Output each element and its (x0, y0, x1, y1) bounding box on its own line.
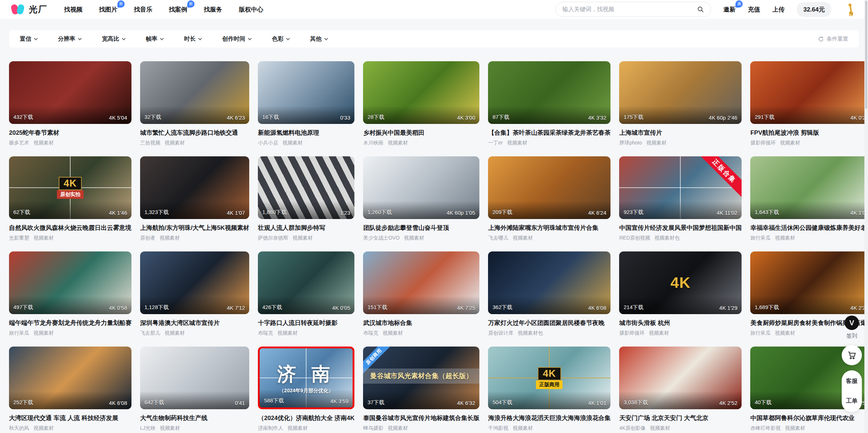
material-type[interactable]: 视频素材 (165, 330, 185, 336)
video-thumbnail[interactable]: 1,323下载 4K 1'07 (140, 156, 249, 219)
material-type[interactable]: 视频素材 (404, 235, 424, 241)
video-thumbnail[interactable]: 87下载 4K 3'32 (488, 61, 610, 124)
nav-item[interactable]: 找音乐 (134, 5, 152, 14)
video-card[interactable]: 426下载 4K 0'05 十字路口人流日转夜延时摄影 布瑞克 视频素材 (258, 251, 354, 336)
material-type[interactable]: 视频素材 (282, 140, 303, 146)
video-thumbnail[interactable]: 923下载 4K 11'02 正版合集 (619, 156, 742, 219)
nav-item[interactable]: 找案例 新 (169, 5, 187, 14)
video-card[interactable]: 588下载 4K 3'59 济 南（2024年9月部分优化） （2024优化）济… (258, 347, 354, 432)
filter-dropdown[interactable]: 宽高比 (102, 35, 126, 43)
author-name[interactable]: 济南制作人 (258, 425, 283, 432)
filter-dropdown[interactable]: 置信 (20, 35, 38, 43)
video-card[interactable]: 209下载 4K 6'24 上海外滩陆家嘴东方明珠城市宣传片合集 飞去哪儿 视频… (488, 156, 610, 241)
video-title[interactable]: 十字路口人流日转夜延时摄影 (258, 319, 354, 327)
video-thumbnail[interactable]: 426下载 4K 0'05 (258, 251, 354, 314)
video-thumbnail[interactable]: 28下载 4K 3'00 (363, 61, 479, 124)
material-type[interactable]: 视频素材 (382, 330, 403, 336)
video-card[interactable]: 151下载 4K 7'25 武汉城市地标合集 布瑞克 视频素材 (363, 251, 479, 336)
material-type[interactable]: 视频素材 (277, 330, 297, 336)
video-card[interactable]: 1,880下载 1'23 壮观人流人群加脚步特写 萨德尔奈德斯 视频素材 (258, 156, 354, 241)
material-type[interactable]: 视频素材 (775, 235, 795, 241)
author-name[interactable]: 光影重塑 (9, 235, 29, 241)
material-type[interactable]: 视频素材 (650, 425, 670, 432)
reset-filters-button[interactable]: 条件重置 (818, 36, 848, 43)
video-title[interactable]: 幸福幸福生活休闲公园健康锻炼康养美好老人 (750, 224, 868, 232)
video-card[interactable]: 87下载 4K 3'32 【合集】茶叶茶山茶园采茶绿茶龙井茶艺春茶 一丁er 视… (488, 61, 610, 146)
author-name[interactable]: 摄影师循环 (750, 140, 775, 146)
video-thumbnail[interactable]: 362下载 4K 6'08 (488, 251, 610, 314)
video-title[interactable]: 城市繁忙人流车流脚步路口地铁交通 (140, 129, 249, 137)
author-name[interactable]: 摄影师循环 (619, 330, 644, 336)
video-thumbnail[interactable]: 37下载 4K 6'32 原创商用曼谷城市风光素材合集（超长版） (363, 347, 479, 409)
site-logo[interactable]: 光厂 (11, 4, 48, 15)
author-name[interactable]: 飞去那儿 (140, 330, 160, 336)
material-type[interactable]: 视频素材 (785, 425, 805, 432)
author-name[interactable]: 飞去哪儿 (488, 235, 508, 241)
video-thumbnail[interactable]: 175下载 4K 60p 2'46 (619, 61, 742, 124)
material-type[interactable]: 视频素材包 (654, 235, 680, 241)
nav-item[interactable]: 版权中心 (239, 5, 263, 14)
author-name[interactable]: 极多艺术 (9, 140, 29, 146)
checkin-label[interactable]: 签到 (846, 332, 857, 339)
video-title[interactable]: 深圳粤港澳大湾区城市宣传片 (140, 319, 249, 327)
video-title[interactable]: 2025蛇年春节素材 (9, 129, 131, 137)
author-name[interactable]: 赤峰叮咚影视 (750, 425, 780, 432)
video-thumbnail[interactable]: 1,260下载 4K 60p 1'05 (363, 156, 479, 219)
material-type[interactable]: 视频素材 (165, 140, 185, 146)
video-title[interactable]: 中国草都阿鲁科尔沁旗草库伦现代农业 (750, 414, 868, 422)
video-thumbnail[interactable]: 3,038下载 4K 2'52 (619, 347, 742, 409)
author-name[interactable]: 千鸿影视 (488, 425, 508, 432)
video-card[interactable]: 642下载 0'41 大气生物制药科技生产线 LJ光映 视频素材 (140, 347, 249, 432)
cart-button[interactable] (842, 345, 862, 365)
author-name[interactable]: 旅行呆瓜 (750, 235, 770, 241)
filter-dropdown[interactable]: 色彩 (272, 35, 290, 43)
author-name[interactable]: 4K原创影像 (619, 425, 645, 432)
video-title[interactable]: 万家灯火过年小区团圆团聚居民楼春节夜晚 (488, 319, 610, 327)
video-thumbnail[interactable]: 1,689下载 4K 2'26 (750, 251, 868, 314)
video-title[interactable]: 大湾区现代交通 车流 人流 科技经济发展 (9, 414, 131, 422)
video-title[interactable]: 泰国曼谷城市风光宣传片地标建筑合集长版 (363, 414, 479, 422)
video-card[interactable]: 214下载 4K 1'29 4K 城市街头滑板 杭州 摄影师循环 视频素材 (619, 251, 742, 336)
author-name[interactable]: 萨德尔奈德斯 (258, 235, 288, 241)
author-name[interactable]: 胖球photo (619, 140, 642, 146)
nav-action[interactable]: 充值 (748, 5, 760, 14)
nav-item[interactable]: 找视频 (64, 5, 82, 14)
nav-item[interactable]: 找图片 新 (99, 5, 117, 14)
material-type[interactable]: 视频素材 (513, 425, 533, 432)
material-type[interactable]: 视频素材 (160, 425, 180, 432)
video-thumbnail[interactable]: 1,880下载 1'23 (258, 156, 354, 219)
material-type[interactable]: 视频素材 (646, 140, 667, 146)
material-type[interactable]: 视频素材 (33, 425, 54, 432)
author-name[interactable]: 原创者 (140, 235, 155, 241)
filter-dropdown[interactable]: 分辨率 (58, 35, 82, 43)
video-card[interactable]: 497下载 4K 0'58 端午端午节龙舟赛划龙舟传统龙舟力量划船赛 旅行呆瓜 … (9, 251, 131, 336)
author-name[interactable]: 布瑞克 (258, 330, 273, 336)
video-thumbnail[interactable]: 504下载 4K 1'01 4K正版商用 (488, 347, 610, 409)
filter-dropdown[interactable]: 帧率 (146, 35, 164, 43)
material-type[interactable]: 视频素材 (160, 235, 180, 241)
video-title[interactable]: （2024优化）济南航拍大全 济南4K (258, 414, 354, 422)
nav-item[interactable]: 找服务 (204, 5, 222, 14)
author-name[interactable]: 旅行呆瓜 (9, 330, 29, 336)
video-thumbnail[interactable]: 214下载 4K 1'29 4K (619, 251, 742, 314)
author-name[interactable]: 美少女战士OVO (363, 235, 399, 241)
filter-dropdown[interactable]: 时长 (184, 35, 202, 43)
video-title[interactable]: 【合集】茶叶茶山茶园采茶绿茶龙井茶艺春茶 (488, 129, 610, 137)
video-card[interactable]: 62下载 4K 1'46 4K原创实拍 自然风吹火微风森林火烧云晚霞日出云雾意境… (9, 156, 131, 241)
video-title[interactable]: 上海城市宣传片 (619, 129, 742, 137)
nav-action[interactable]: 邀新 惠 (723, 5, 735, 14)
video-card[interactable]: 291下载 4K 0'21 FPV航拍尾波冲浪 剪辑版 摄影师循环 视频素材 (750, 61, 868, 146)
video-title[interactable]: 自然风吹火微风森林火烧云晚霞日出云雾意境 (9, 224, 131, 232)
material-type[interactable]: 视频素材 (33, 235, 54, 241)
video-card[interactable]: 175下载 4K 60p 2'46 上海城市宣传片 胖球photo 视频素材 (619, 61, 742, 146)
material-type[interactable]: 视频素材 (780, 140, 800, 146)
video-title[interactable]: 端午端午节龙舟赛划龙舟传统龙舟力量划船赛 (9, 319, 131, 327)
video-thumbnail[interactable]: 1,643下载 4K 1'04 (750, 156, 868, 219)
search-box[interactable] (555, 2, 711, 17)
material-type[interactable]: 视频素材 (649, 330, 669, 336)
video-thumbnail[interactable]: 151下载 4K 7'25 (363, 251, 479, 314)
author-name[interactable]: RED原创视频 (619, 235, 650, 241)
video-card[interactable]: 32下载 4K 6'23 城市繁忙人流车流脚步路口地铁交通 三拾视频 视频素材 (140, 61, 249, 146)
video-title[interactable]: 天安门广场 北京天安门 大气北京 (619, 414, 742, 422)
video-card[interactable]: 1,260下载 4K 60p 1'05 团队徒步励志攀登雪山奋斗登顶 美少女战士… (363, 156, 479, 241)
